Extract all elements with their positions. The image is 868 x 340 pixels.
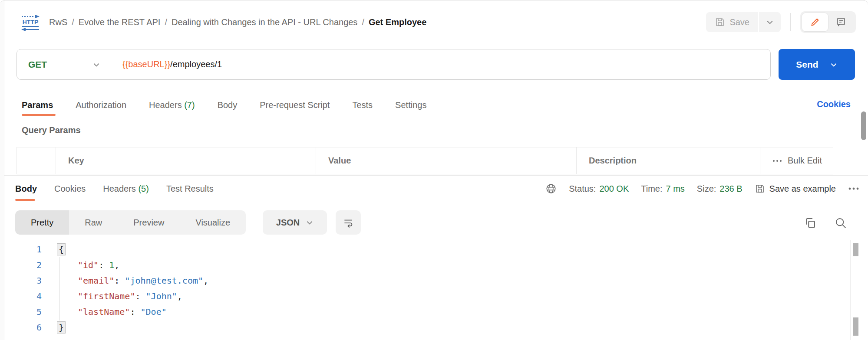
response-tab-cookies[interactable]: Cookies (54, 184, 86, 194)
edit-comment-toggle (800, 11, 856, 33)
breadcrumb-separator: / (72, 17, 74, 27)
copy-response-button[interactable] (804, 216, 817, 229)
send-button-label: Send (796, 59, 818, 70)
response-status-bar: Status: 200 OK Time: 7 ms Size: 236 B Sa… (545, 183, 859, 194)
header-divider (790, 13, 791, 31)
editor-scrollbar-thumb[interactable] (853, 243, 858, 256)
url-path: /employees/1 (170, 59, 222, 69)
url-variable: {{baseURL}} (122, 59, 170, 69)
more-dots-icon (772, 159, 782, 163)
query-params-table: Key Value Description Bulk Edit (17, 147, 833, 174)
line-number[interactable]: 6 (4, 322, 42, 333)
editor-scrollbar-thumb-lower[interactable] (853, 317, 858, 336)
close-brace[interactable]: } (57, 321, 66, 333)
save-icon (715, 17, 725, 27)
copy-icon (804, 216, 817, 229)
save-button[interactable]: Save (706, 12, 758, 32)
param-checkbox-column (17, 147, 56, 174)
url-input[interactable]: {{baseURL}}/employees/1 (111, 49, 222, 79)
query-params-title: Query Params (22, 125, 81, 135)
response-toolbar: Pretty Raw Preview Visualize JSON (4, 210, 868, 235)
column-header-description[interactable]: Description (577, 147, 760, 174)
view-preview-button[interactable]: Preview (118, 210, 180, 235)
edit-mode-button[interactable] (802, 13, 828, 31)
tab-tests[interactable]: Tests (352, 100, 373, 110)
response-tab-headers-count: (5) (138, 184, 149, 193)
json-comma: , (114, 260, 119, 270)
line-number[interactable]: 5 (4, 307, 42, 317)
line-number[interactable]: 4 (4, 291, 42, 301)
size-label: Size: (697, 184, 716, 194)
column-header-key[interactable]: Key (56, 147, 316, 174)
send-options-chevron-icon[interactable] (830, 61, 838, 69)
http-protocol-icon: HTTP (20, 13, 41, 31)
code-line: 3 "email": "john@test.com", (4, 273, 859, 288)
pencil-icon (810, 17, 820, 27)
method-selector[interactable]: GET (17, 49, 111, 79)
tab-pre-request-script[interactable]: Pre-request Script (260, 100, 330, 110)
status-indicator: Status: 200 OK (569, 184, 629, 194)
tab-headers-label: Headers (149, 100, 182, 110)
breadcrumb-folder[interactable]: Dealing with Changes in the API - URL Ch… (172, 17, 357, 27)
tab-body[interactable]: Body (218, 100, 238, 110)
window-left-edge (0, 0, 4, 340)
response-tabs: Body Cookies Headers (5) Test Results (15, 184, 214, 194)
view-pretty-button[interactable]: Pretty (15, 210, 69, 235)
breadcrumb-collection[interactable]: Evolve the REST API (79, 17, 161, 27)
save-split-button: Save (706, 12, 781, 32)
request-header-bar: HTTP RwS / Evolve the REST API / Dealing… (5, 0, 868, 44)
svg-text:HTTP: HTTP (23, 19, 39, 26)
line-number[interactable]: 1 (4, 244, 42, 255)
code-line: 4 "firstName": "John", (4, 288, 859, 304)
format-selector[interactable]: JSON (263, 210, 327, 235)
column-header-value[interactable]: Value (316, 147, 577, 174)
json-key: "id" (78, 260, 99, 270)
cookies-link[interactable]: Cookies (817, 99, 851, 109)
tab-settings[interactable]: Settings (395, 100, 426, 110)
method-label: GET (28, 59, 47, 70)
breadcrumb-separator: / (165, 17, 167, 27)
response-meta-bar: Body Cookies Headers (5) Test Results St… (4, 176, 868, 202)
breadcrumb-request-name[interactable]: Get Employee (369, 17, 426, 27)
breadcrumb-workspace[interactable]: RwS (49, 17, 67, 27)
search-response-button[interactable] (834, 216, 847, 229)
response-more-actions-button[interactable] (848, 187, 859, 190)
send-button[interactable]: Send (779, 49, 855, 80)
size-indicator: Size: 236 B (697, 184, 743, 194)
response-body-editor[interactable]: 1 { 2 "id": 1, 3 "email": "john@test.com… (4, 242, 859, 335)
line-number[interactable]: 2 (4, 260, 42, 270)
json-string-value: "john@test.com" (125, 275, 203, 286)
line-number[interactable]: 3 (4, 275, 42, 286)
time-value: 7 ms (666, 184, 685, 194)
json-number-value: 1 (109, 260, 114, 270)
wrap-text-icon (343, 217, 354, 228)
search-icon (834, 216, 847, 229)
tab-headers-count: (7) (184, 100, 195, 110)
view-visualize-button[interactable]: Visualize (180, 210, 246, 235)
globe-icon[interactable] (545, 183, 557, 194)
page-scrollbar[interactable] (861, 111, 866, 140)
wrap-text-button[interactable] (336, 210, 361, 235)
tab-params[interactable]: Params (22, 100, 53, 110)
active-response-tab-indicator (15, 199, 35, 201)
response-tab-headers[interactable]: Headers (5) (103, 184, 149, 194)
editor-scrollbar-track (850, 240, 851, 340)
json-key: "email" (78, 275, 114, 286)
save-as-example-button[interactable]: Save as example (755, 183, 836, 194)
indent-guide-line (59, 257, 59, 320)
chevron-down-icon (306, 219, 314, 226)
postman-request-window: HTTP RwS / Evolve the REST API / Dealing… (0, 0, 868, 340)
response-view-switcher: Pretty Raw Preview Visualize (15, 210, 246, 235)
response-tab-body[interactable]: Body (15, 184, 37, 194)
bulk-edit-button[interactable]: Bulk Edit (760, 147, 834, 174)
save-options-button[interactable] (759, 12, 781, 32)
comment-mode-button[interactable] (828, 13, 854, 31)
code-line: 6 } (4, 320, 859, 335)
save-as-example-label: Save as example (769, 184, 836, 194)
json-key: "firstName" (78, 291, 135, 301)
tab-headers[interactable]: Headers (7) (149, 100, 195, 110)
response-tab-test-results[interactable]: Test Results (166, 184, 214, 194)
open-brace[interactable]: { (57, 243, 66, 255)
view-raw-button[interactable]: Raw (69, 210, 118, 235)
tab-authorization[interactable]: Authorization (76, 100, 126, 110)
